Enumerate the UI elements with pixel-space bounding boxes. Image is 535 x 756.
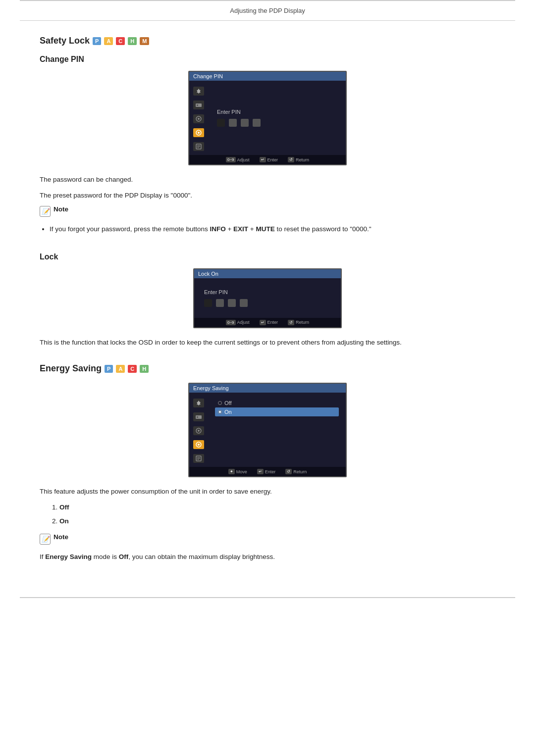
energy-osd-sidebar (193, 397, 207, 463)
pin-dot-2 (229, 119, 237, 127)
lock-pin-dot-2 (216, 299, 224, 307)
footer-enter: ↵ Enter (260, 157, 278, 162)
enter-pin-label: Enter PIN (217, 109, 241, 115)
svg-rect-1 (197, 104, 198, 106)
energy-badge-c: C (128, 365, 137, 373)
svg-rect-0 (196, 103, 202, 107)
lock-footer-adjust: 0~9 Adjust (226, 320, 250, 325)
note-label-2: Note (54, 533, 68, 541)
pin-dot-3 (241, 119, 249, 127)
change-pin-para1: The password can be changed. (40, 174, 495, 185)
energy-list-item-on: On (59, 516, 495, 527)
energy-osd-icon-5 (193, 454, 204, 463)
badge-a: A (104, 37, 113, 45)
energy-saving-heading: Energy Saving P A C H (40, 363, 495, 374)
lock-osd-body: Enter PIN (194, 278, 341, 318)
main-content: Safety Lock P A C H M Change PIN Change … (0, 21, 535, 587)
change-pin-osd: Change PIN (188, 71, 347, 165)
safety-lock-title: Safety Lock (40, 36, 90, 46)
safety-lock-heading: Safety Lock P A C H M (40, 36, 495, 46)
energy-note-block: 📝 Note (40, 533, 495, 545)
lock-osd-title: Lock On (194, 269, 341, 278)
energy-saving-para: This feature adjusts the power consumpti… (40, 486, 495, 497)
svg-point-15 (198, 444, 200, 446)
lock-screen-container: Lock On Enter PIN 0~9 Adjust ↵ Enter (40, 268, 495, 328)
osd-icon-1 (193, 87, 204, 96)
energy-saving-title: Energy Saving (40, 363, 102, 374)
osd-icon-5 (193, 142, 204, 151)
change-pin-bullet-1: If you forgot your password, press the r… (50, 224, 495, 235)
svg-point-5 (198, 132, 200, 134)
energy-saving-osd: Energy Saving (188, 383, 347, 477)
svg-rect-11 (197, 416, 198, 418)
change-pin-note-block: 📝 Note (40, 205, 495, 217)
energy-footer-enter: ↵ Enter (257, 469, 276, 474)
note-icon-1: 📝 (40, 206, 51, 217)
change-pin-osd-body: Enter PIN (189, 81, 346, 155)
change-pin-main: Enter PIN (212, 85, 342, 151)
badge-h: H (128, 37, 137, 45)
energy-footer-move: ✦ Move (228, 469, 247, 474)
badge-p: P (93, 37, 101, 45)
note-label-1: Note (54, 205, 68, 213)
badge-c: C (116, 37, 125, 45)
lock-pin-dot-4 (240, 299, 248, 307)
energy-saving-list: Off On (59, 502, 495, 526)
lock-pin-dot-3 (228, 299, 236, 307)
pin-dot-1 (217, 119, 225, 127)
change-pin-para2: The preset password for the PDP Display … (40, 190, 495, 201)
energy-option-on: On (215, 407, 339, 416)
change-pin-bullet-list: If you forgot your password, press the r… (50, 224, 495, 235)
bottom-border (20, 597, 515, 598)
energy-badge-a: A (116, 365, 125, 373)
energy-label-on: On (224, 409, 232, 415)
energy-badge-p: P (105, 365, 113, 373)
lock-para: This is the function that locks the OSD … (40, 337, 495, 348)
energy-saving-options: Off On (212, 397, 342, 463)
osd-icon-3 (193, 114, 204, 123)
change-pin-heading: Change PIN (40, 55, 495, 64)
svg-point-13 (198, 430, 200, 432)
lock-enter-pin-label: Enter PIN (204, 289, 331, 295)
energy-note-para: If Energy Saving mode is Off, you can ob… (40, 552, 495, 562)
change-pin-osd-title: Change PIN (189, 72, 346, 81)
change-pin-osd-footer: 0~9 Adjust ↵ Enter ↺ Return (189, 155, 346, 164)
energy-badge-h: H (140, 365, 149, 373)
footer-adjust: 0~9 Adjust (226, 157, 250, 162)
energy-marker-on (218, 410, 222, 414)
change-pin-screen-container: Change PIN (40, 71, 495, 165)
osd-icon-2 (193, 101, 204, 109)
energy-label-off: Off (224, 400, 231, 406)
pin-dots (217, 119, 261, 127)
energy-osd-icon-2 (193, 412, 204, 421)
energy-footer-return: ↺ Return (285, 469, 307, 474)
page-header: Adjusting the PDP Display (20, 1, 515, 21)
note-icon-2: 📝 (40, 534, 51, 545)
energy-osd-footer: ✦ Move ↵ Enter ↺ Return (189, 467, 346, 476)
lock-footer-return: ↺ Return (288, 320, 309, 325)
energy-osd-icon-4-active (193, 440, 204, 449)
osd-icon-4-active (193, 128, 204, 137)
lock-heading: Lock (40, 252, 495, 261)
energy-osd-icon-1 (193, 399, 204, 407)
energy-marker-off (218, 401, 222, 405)
lock-pin-dots (204, 299, 331, 307)
osd-sidebar (193, 85, 207, 151)
badge-m: M (140, 37, 149, 45)
svg-point-3 (198, 118, 200, 120)
lock-pin-dot-1 (204, 299, 212, 307)
pin-dot-4 (253, 119, 261, 127)
energy-saving-osd-title: Energy Saving (189, 384, 346, 393)
energy-saving-osd-body: Off On (189, 393, 346, 467)
header-title: Adjusting the PDP Display (230, 7, 305, 14)
energy-osd-icon-3 (193, 426, 204, 435)
energy-option-off: Off (215, 399, 339, 407)
svg-rect-10 (196, 415, 202, 419)
lock-osd-footer: 0~9 Adjust ↵ Enter ↺ Return (194, 318, 341, 327)
footer-return: ↺ Return (288, 157, 309, 162)
lock-footer-enter: ↵ Enter (260, 320, 278, 325)
energy-list-item-off: Off (59, 502, 495, 513)
lock-osd: Lock On Enter PIN 0~9 Adjust ↵ Enter (193, 268, 342, 328)
energy-saving-screen-container: Energy Saving (40, 383, 495, 477)
